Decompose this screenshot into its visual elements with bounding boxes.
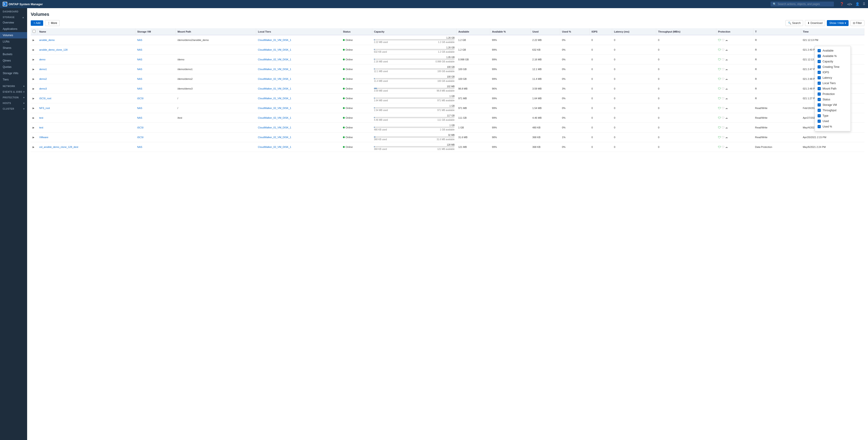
search-bar[interactable]: 🔍 [771,2,834,6]
dropdown-item[interactable]: ✓Status [815,97,850,102]
col-storage-vm[interactable]: Storage VM [135,28,176,35]
dropdown-item[interactable]: ✓Mount Path [815,86,850,91]
volume-storage-vm[interactable]: iSCSI [135,94,176,103]
volume-name[interactable]: demo [37,55,135,64]
dropdown-item[interactable]: ✓Available % [815,53,850,59]
expand-icon[interactable]: ▶ [33,87,34,90]
volume-local-tier[interactable]: CloudWalker_01_VM_DISK_1 [256,123,341,133]
sidebar-hosts-header[interactable]: HOSTS ▾ [0,100,27,106]
row-expand[interactable]: ▶ [31,45,37,55]
col-type[interactable]: T [753,28,801,35]
row-expand[interactable]: ▶ [31,74,37,84]
sidebar-dashboard[interactable]: DASHBOARD [0,8,27,14]
volume-local-tier[interactable]: CloudWalker_02_VM_DISK_1 [256,74,341,84]
volume-storage-vm[interactable]: NAS [135,74,176,84]
expand-icon[interactable]: ▶ [33,39,34,41]
download-button[interactable]: ⬇ Download [805,20,825,26]
row-expand[interactable]: ▶ [31,103,37,113]
expand-icon[interactable]: ▶ [33,116,34,119]
dropdown-item[interactable]: ✓Used [815,118,850,124]
volume-storage-vm[interactable]: NAS [135,103,176,113]
dropdown-item[interactable]: ✓Local Tiers [815,81,850,86]
col-name[interactable]: Name [37,28,135,35]
col-iops[interactable]: IOPS [590,28,612,35]
sidebar-cluster-header[interactable]: CLUSTER ▾ [0,106,27,111]
col-status[interactable]: Status [341,28,372,35]
app-logo[interactable]: N ONTAP System Manager [3,2,43,6]
row-expand[interactable]: ▶ [31,55,37,64]
volume-storage-vm[interactable]: NAS [135,142,176,152]
volume-storage-vm[interactable]: iSCSI [135,133,176,142]
volume-storage-vm[interactable]: NAS [135,35,176,45]
col-used[interactable]: Used [530,28,560,35]
col-used-pct[interactable]: Used % [560,28,590,35]
dropdown-item[interactable]: ✓Type [815,113,850,118]
col-throughput[interactable]: Throughput (MB/s) [656,28,716,35]
row-expand[interactable]: ▶ [31,84,37,94]
volume-name[interactable]: iSCSI_root [37,94,135,103]
row-expand[interactable]: ▶ [31,35,37,45]
dropdown-item[interactable]: ✓Used % [815,124,850,129]
volume-storage-vm[interactable]: NAS [135,113,176,123]
volume-storage-vm[interactable]: NAS [135,55,176,64]
volume-local-tier[interactable]: CloudWalker_02_VM_DISK_1 [256,113,341,123]
volume-storage-vm[interactable]: NAS [135,64,176,74]
volume-local-tier[interactable]: CloudWalker_02_VM_DISK_1 [256,103,341,113]
help-icon[interactable]: ❓ [840,2,844,6]
volume-name[interactable]: ansible_demo [37,35,135,45]
sidebar-item-qtrees[interactable]: Qtrees [0,57,27,64]
dropdown-item[interactable]: ✓Protection [815,91,850,97]
search-button[interactable]: 🔍 Search [785,20,803,26]
add-button[interactable]: + Add [31,20,43,26]
dropdown-item[interactable]: ✓Throughput [815,108,850,113]
volume-name[interactable]: vol_ansible_demo_clone_128_dest [37,142,135,152]
sidebar-item-luns[interactable]: LUNs [0,38,27,45]
expand-icon[interactable]: ▶ [33,78,34,80]
expand-icon[interactable]: ▶ [33,136,34,139]
expand-icon[interactable]: ▶ [33,146,34,148]
dropdown-item[interactable]: ✓Capacity [815,59,850,64]
col-capacity[interactable]: Capacity [372,28,456,35]
volume-storage-vm[interactable]: NAS [135,45,176,55]
dropdown-item[interactable]: ✓Latency [815,75,850,81]
expand-icon[interactable]: ▶ [33,68,34,70]
row-expand[interactable]: ▶ [31,123,37,133]
row-expand[interactable]: ▶ [31,64,37,74]
volume-name[interactable]: test [37,123,135,133]
volume-local-tier[interactable]: CloudWalker_01_VM_DISK_1 [256,45,341,55]
dropdown-item[interactable]: ✓IOPS [815,70,850,75]
volume-name[interactable]: demo2 [37,74,135,84]
dropdown-item[interactable]: ✓Available [815,48,850,53]
code-icon[interactable]: </> [847,2,852,6]
col-mount-path[interactable]: Mount Path [176,28,256,35]
search-input[interactable] [778,2,832,6]
dropdown-item[interactable]: ✓Creating Time [815,64,850,70]
volume-local-tier[interactable]: CloudWalker_02_VM_DISK_1 [256,142,341,152]
col-available[interactable]: Available [456,28,490,35]
sidebar-events-header[interactable]: EVENTS & JOBS ▾ [0,88,27,94]
volume-local-tier[interactable]: CloudWalker_01_VM_DISK_1 [256,84,341,94]
sidebar-item-quotas[interactable]: Quotas [0,64,27,70]
volume-name[interactable]: demo3 [37,84,135,94]
volume-name[interactable]: ansible_demo_clone_128 [37,45,135,55]
sidebar-item-tiers[interactable]: Tiers [0,77,27,83]
row-expand[interactable]: ▶ [31,133,37,142]
volume-name[interactable]: VMware [37,133,135,142]
sidebar-item-volumes[interactable]: Volumes [0,32,27,38]
volume-name[interactable]: NFS_root [37,103,135,113]
row-expand[interactable]: ▶ [31,113,37,123]
expand-icon[interactable]: ▶ [33,126,34,129]
expand-icon[interactable]: ▶ [33,107,34,110]
volume-name[interactable]: test [37,113,135,123]
filter-button[interactable]: ⊟ Filter [850,20,864,26]
sidebar-item-storage-vms[interactable]: Storage VMs [0,70,27,77]
volume-local-tier[interactable]: CloudWalker_02_VM_DISK_1 [256,133,341,142]
volume-local-tier[interactable]: CloudWalker_01_VM_DISK_1 [256,64,341,74]
volume-local-tier[interactable]: CloudWalker_01_VM_DISK_1 [256,35,341,45]
sidebar-storage-header[interactable]: STORAGE ▲ [0,14,27,20]
sidebar-item-buckets[interactable]: Buckets [0,51,27,57]
col-available-pct[interactable]: Available % [490,28,530,35]
volume-name[interactable]: demo1 [37,64,135,74]
dropdown-item[interactable]: ✓Storage VM [815,102,850,108]
sidebar-protection-header[interactable]: PROTECTION ▾ [0,94,27,100]
